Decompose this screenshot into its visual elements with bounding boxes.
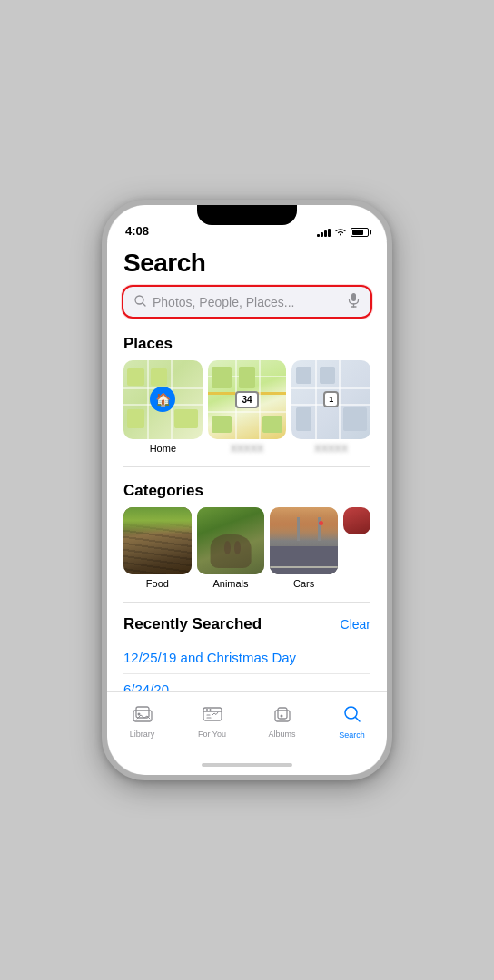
- place-label-home: Home: [150, 443, 176, 454]
- search-bar[interactable]: Photos, People, Places...: [122, 285, 372, 318]
- search-icon: [134, 295, 146, 309]
- svg-rect-3: [351, 293, 356, 301]
- battery-icon: [351, 228, 369, 237]
- search-placeholder-text: Photos, People, Places...: [153, 295, 341, 309]
- svg-point-0: [340, 234, 341, 236]
- battery-fill: [352, 230, 363, 235]
- page-title: Search: [124, 249, 370, 278]
- place-label-2: XXXXX: [231, 443, 264, 454]
- places-categories-separator: [124, 466, 370, 467]
- for-you-icon: [203, 706, 222, 727]
- recent-search-text-1: 12/25/19 and Christmas Day: [124, 650, 296, 665]
- place-item-2[interactable]: 34 XXXXX: [208, 360, 287, 454]
- recent-search-text-2: 6/24/20: [124, 681, 169, 691]
- phone-shell: 4:08: [102, 200, 392, 780]
- svg-line-2: [143, 303, 145, 306]
- search-tab-icon: [343, 705, 361, 728]
- main-content: Search Photos, People, Places...: [107, 241, 387, 691]
- status-icons: [317, 227, 369, 238]
- search-bar-container: Photos, People, Places...: [107, 285, 387, 331]
- category-img-animals: [197, 507, 265, 575]
- svg-point-8: [137, 712, 140, 715]
- category-img-cars: [270, 507, 338, 575]
- recent-search-item-2[interactable]: 6/24/20: [107, 674, 387, 691]
- category-item-cars[interactable]: Cars: [270, 507, 338, 590]
- tab-label-library: Library: [130, 730, 155, 739]
- svg-point-17: [280, 714, 282, 717]
- road-badge-2: 34: [235, 391, 258, 408]
- tab-label-albums: Albums: [268, 730, 295, 739]
- place-label-3: XXXXX: [314, 443, 348, 454]
- categories-recent-separator: [124, 602, 370, 603]
- tab-bar: Library For You: [107, 691, 387, 755]
- tab-label-search: Search: [339, 730, 365, 740]
- place-map-home: 🏠: [124, 360, 203, 439]
- places-row: 🏠 Home: [107, 360, 387, 466]
- svg-rect-16: [278, 708, 287, 719]
- tab-library[interactable]: Library: [107, 699, 177, 739]
- recently-searched-header: Recently Searched Clear: [107, 613, 387, 642]
- library-icon: [133, 706, 153, 727]
- categories-row: Food Animals: [107, 507, 387, 603]
- place-item-home[interactable]: 🏠 Home: [124, 360, 203, 454]
- category-label-animals: Animals: [212, 578, 248, 589]
- svg-line-19: [355, 717, 360, 721]
- places-section-header: Places: [107, 331, 387, 360]
- albums-icon: [272, 706, 292, 727]
- svg-point-11: [206, 709, 208, 710]
- category-img-extra: [343, 507, 370, 534]
- recent-search-item-1[interactable]: 12/25/19 and Christmas Day: [107, 642, 387, 673]
- status-time: 4:08: [125, 224, 149, 238]
- svg-rect-9: [203, 708, 222, 720]
- microphone-icon[interactable]: [348, 293, 360, 310]
- tab-search[interactable]: Search: [317, 698, 387, 740]
- category-item-food[interactable]: Food: [124, 507, 192, 590]
- category-label-food: Food: [146, 578, 169, 589]
- home-bar: [202, 763, 292, 767]
- page-header: Search: [107, 241, 387, 285]
- road-badge-3: 1: [323, 391, 339, 407]
- notch: [197, 205, 297, 225]
- category-img-food: [124, 507, 192, 575]
- signal-icon: [317, 228, 331, 237]
- phone-screen: 4:08: [107, 205, 387, 775]
- home-indicator: [107, 755, 387, 775]
- place-map-3: 1: [291, 360, 370, 439]
- place-item-3[interactable]: 1 XXXXX: [291, 360, 370, 454]
- category-label-cars: Cars: [293, 578, 314, 589]
- svg-point-12: [209, 709, 211, 710]
- place-map-2: 34: [208, 360, 287, 439]
- tab-albums[interactable]: Albums: [247, 699, 317, 739]
- category-item-animals[interactable]: Animals: [197, 507, 265, 590]
- tab-for-you[interactable]: For You: [177, 699, 247, 739]
- wifi-icon: [334, 227, 347, 238]
- categories-section-header: Categories: [107, 478, 387, 507]
- category-item-extra: [343, 507, 370, 590]
- clear-button[interactable]: Clear: [341, 617, 370, 632]
- recently-searched-title: Recently Searched: [124, 615, 262, 633]
- tab-label-for-you: For You: [198, 730, 226, 739]
- status-bar: 4:08: [107, 205, 387, 241]
